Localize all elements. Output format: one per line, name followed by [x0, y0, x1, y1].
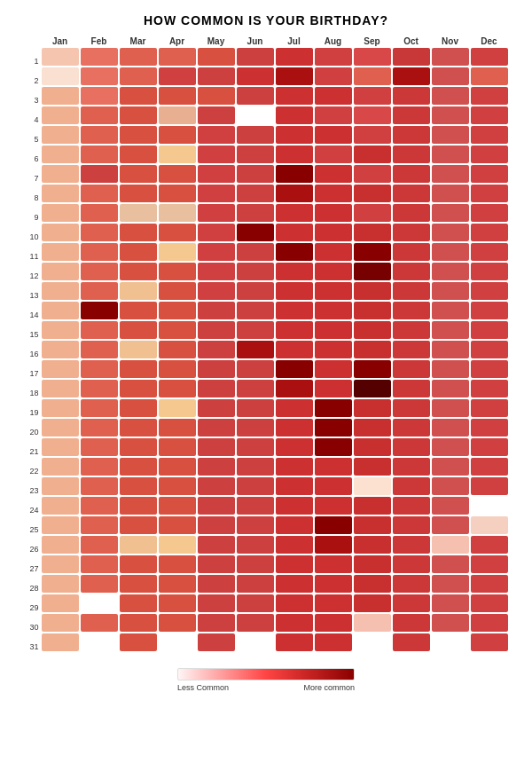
grid-row-9 — [42, 204, 510, 222]
cell-day20-month10 — [393, 419, 430, 437]
cell-day22-month12 — [471, 458, 508, 476]
col-header-apr: Apr — [159, 36, 196, 46]
cell-day1-month3 — [120, 48, 157, 66]
cell-day15-month12 — [471, 321, 508, 339]
cell-day22-month7 — [276, 458, 313, 476]
cell-day28-month11 — [432, 575, 469, 593]
cell-day15-month1 — [42, 321, 79, 339]
cell-day20-month2 — [81, 419, 118, 437]
cell-day16-month11 — [432, 341, 469, 358]
cell-day30-month12 — [471, 614, 508, 632]
cell-day2-month8 — [315, 67, 352, 85]
cell-day14-month4 — [159, 302, 196, 319]
cell-day29-month10 — [393, 594, 430, 612]
cell-day5-month10 — [393, 126, 430, 144]
cell-day12-month11 — [432, 263, 469, 280]
cell-day13-month1 — [42, 282, 79, 300]
page-title: HOW COMMON IS YOUR BIRTHDAY? — [144, 13, 388, 28]
cell-day6-month10 — [393, 146, 430, 163]
cell-day26-month2 — [81, 536, 118, 554]
cell-day18-month9 — [354, 380, 391, 397]
cell-day29-month4 — [159, 594, 196, 612]
cell-day11-month6 — [237, 243, 274, 261]
cell-day2-month4 — [159, 67, 196, 85]
cell-day1-month8 — [315, 48, 352, 66]
cell-day10-month4 — [159, 224, 196, 241]
cell-day20-month4 — [159, 419, 196, 437]
cell-day18-month2 — [81, 380, 118, 397]
cell-day5-month11 — [432, 126, 469, 144]
row-label-8: 8 — [23, 189, 39, 207]
cell-day11-month5 — [198, 243, 235, 261]
cell-day2-month12 — [471, 67, 508, 85]
cell-day24-month9 — [354, 497, 391, 515]
cell-day6-month5 — [198, 146, 235, 163]
cell-day7-month7 — [276, 165, 313, 183]
cell-day10-month9 — [354, 224, 391, 241]
cell-day9-month1 — [42, 204, 79, 222]
cell-day27-month11 — [432, 555, 469, 573]
cell-day23-month10 — [393, 477, 430, 495]
cell-day4-month8 — [315, 106, 352, 124]
cell-day17-month4 — [159, 360, 196, 378]
cell-day31-month8 — [315, 633, 352, 651]
cell-day26-month8 — [315, 536, 352, 554]
cell-day5-month2 — [81, 126, 118, 144]
cell-day14-month11 — [432, 302, 469, 319]
legend-area: Less Common More common — [177, 668, 355, 692]
grid-row-19 — [42, 399, 510, 417]
cell-day14-month6 — [237, 302, 274, 319]
cell-day11-month8 — [315, 243, 352, 261]
cell-day31-month12 — [471, 633, 508, 651]
cell-day17-month2 — [81, 360, 118, 378]
grid-row-1 — [42, 48, 510, 66]
cell-day31-month2 — [81, 633, 118, 651]
cell-day17-month5 — [198, 360, 235, 378]
row-label-29: 29 — [23, 599, 39, 617]
cell-day13-month9 — [354, 282, 391, 300]
cell-day19-month2 — [81, 399, 118, 417]
cell-day28-month5 — [198, 575, 235, 593]
cell-day3-month6 — [237, 87, 274, 105]
cell-day19-month8 — [315, 399, 352, 417]
cell-day9-month11 — [432, 204, 469, 222]
cell-day20-month1 — [42, 419, 79, 437]
cell-day31-month6 — [237, 633, 274, 651]
cell-day29-month1 — [42, 594, 79, 612]
cell-day3-month8 — [315, 87, 352, 105]
cell-day29-month6 — [237, 594, 274, 612]
cell-day29-month12 — [471, 594, 508, 612]
col-header-feb: Feb — [81, 36, 118, 46]
cell-day17-month9 — [354, 360, 391, 378]
col-header-jun: Jun — [237, 36, 274, 46]
col-header-nov: Nov — [432, 36, 469, 46]
grid-row-29 — [42, 594, 510, 612]
cell-day11-month3 — [120, 243, 157, 261]
cell-day13-month3 — [120, 282, 157, 300]
cell-day11-month11 — [432, 243, 469, 261]
cell-day23-month7 — [276, 477, 313, 495]
cell-day10-month6 — [237, 224, 274, 241]
row-label-20: 20 — [23, 423, 39, 441]
cell-day11-month12 — [471, 243, 508, 261]
cell-day15-month10 — [393, 321, 430, 339]
grid-row-4 — [42, 106, 510, 124]
cell-day8-month10 — [393, 185, 430, 202]
cell-day16-month5 — [198, 341, 235, 358]
cell-day14-month8 — [315, 302, 352, 319]
cell-day22-month2 — [81, 458, 118, 476]
cell-day7-month2 — [81, 165, 118, 183]
cell-day16-month2 — [81, 341, 118, 358]
row-label-22: 22 — [23, 462, 39, 480]
grid-row-8 — [42, 185, 510, 202]
cell-day4-month9 — [354, 106, 391, 124]
cell-day7-month1 — [42, 165, 79, 183]
cell-day16-month12 — [471, 341, 508, 358]
row-label-4: 4 — [23, 111, 39, 129]
row-label-13: 13 — [23, 287, 39, 304]
cell-day16-month8 — [315, 341, 352, 358]
cell-day1-month1 — [42, 48, 79, 66]
cell-day12-month1 — [42, 263, 79, 280]
cell-day1-month5 — [198, 48, 235, 66]
cell-day23-month4 — [159, 477, 196, 495]
